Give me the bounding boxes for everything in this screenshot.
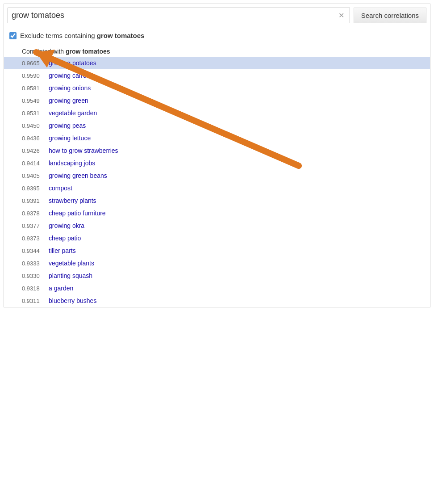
result-score: 0.9311 [22, 298, 45, 304]
section-header: Correlated with grow tomatoes [4, 44, 430, 57]
result-item[interactable]: 0.9373cheap patio [4, 232, 430, 244]
result-score: 0.9436 [22, 135, 45, 142]
exclude-checkbox[interactable] [9, 32, 17, 39]
result-score: 0.9450 [22, 122, 45, 129]
result-term-link[interactable]: strawberry plants [49, 197, 96, 204]
result-term-link[interactable]: growing lettuce [49, 134, 91, 142]
result-item[interactable]: 0.9333vegetable plants [4, 257, 430, 269]
main-container: ✕ Search correlations Exclude terms cont… [4, 4, 430, 307]
result-term-link[interactable]: growing carrots [49, 72, 92, 79]
result-item[interactable]: 0.9414landscaping jobs [4, 157, 430, 169]
result-score: 0.9377 [22, 223, 45, 229]
result-item[interactable]: 0.9311blueberry bushes [4, 294, 430, 307]
result-term-link[interactable]: tiller parts [49, 247, 76, 254]
result-score: 0.9391 [22, 197, 45, 204]
result-item[interactable]: 0.9377growing okra [4, 219, 430, 232]
result-term-link[interactable]: growing peas [49, 122, 86, 129]
result-item[interactable]: 0.9426how to grow strawberries [4, 144, 430, 157]
search-input[interactable] [12, 11, 337, 20]
result-term-link[interactable]: growing potatoes [49, 59, 96, 67]
exclude-term: grow tomatoes [97, 32, 145, 39]
result-term-link[interactable]: a garden [49, 285, 73, 292]
result-score: 0.9414 [22, 160, 45, 167]
search-row: ✕ Search correlations [4, 4, 430, 27]
result-item[interactable]: 0.9549growing green [4, 94, 430, 107]
result-term-link[interactable]: cheap patio [49, 235, 81, 242]
result-score: 0.9333 [22, 260, 45, 267]
result-item[interactable]: 0.9405growing green beans [4, 169, 430, 182]
result-term-link[interactable]: growing onions [49, 84, 91, 92]
result-score: 0.9590 [22, 72, 45, 79]
search-correlations-button[interactable]: Search correlations [354, 8, 426, 23]
result-term-link[interactable]: growing okra [49, 222, 84, 229]
exclude-row: Exclude terms containing grow tomatoes [4, 27, 430, 44]
result-term-link[interactable]: vegetable plants [49, 260, 94, 267]
result-item[interactable]: 0.9531vegetable garden [4, 107, 430, 119]
exclude-label: Exclude terms containing grow tomatoes [20, 32, 144, 39]
result-score: 0.9344 [22, 248, 45, 254]
result-item[interactable]: 0.9590growing carrots [4, 69, 430, 82]
result-score: 0.9378 [22, 210, 45, 217]
result-item[interactable]: 0.9581growing onions [4, 82, 430, 94]
result-term-link[interactable]: growing green beans [49, 172, 107, 179]
result-term-link[interactable]: vegetable garden [49, 109, 97, 117]
result-term-link[interactable]: blueberry bushes [49, 297, 96, 304]
result-item[interactable]: 0.9450growing peas [4, 119, 430, 132]
result-score: 0.9330 [22, 273, 45, 279]
result-term-link[interactable]: landscaping jobs [49, 160, 95, 167]
search-input-wrapper: ✕ [8, 8, 350, 23]
result-term-link[interactable]: compost [49, 185, 72, 192]
result-term-link[interactable]: how to grow strawberries [49, 147, 118, 154]
result-score: 0.9405 [22, 172, 45, 179]
result-term-link[interactable]: growing green [49, 97, 88, 104]
result-item[interactable]: 0.9436growing lettuce [4, 132, 430, 144]
results-list: 0.9665growing potatoes0.9590growing carr… [4, 57, 430, 307]
result-score: 0.9581 [22, 85, 45, 92]
section-header-term: grow tomatoes [66, 48, 110, 55]
clear-icon[interactable]: ✕ [337, 11, 346, 20]
result-score: 0.9318 [22, 285, 45, 292]
result-item[interactable]: 0.9378cheap patio furniture [4, 207, 430, 219]
result-score: 0.9426 [22, 147, 45, 154]
result-score: 0.9549 [22, 97, 45, 104]
result-term-link[interactable]: planting squash [49, 272, 92, 279]
result-score: 0.9373 [22, 235, 45, 242]
result-item[interactable]: 0.9318a garden [4, 282, 430, 294]
result-item[interactable]: 0.9665growing potatoes [4, 57, 430, 69]
result-item[interactable]: 0.9395compost [4, 182, 430, 194]
result-score: 0.9395 [22, 185, 45, 192]
result-term-link[interactable]: cheap patio furniture [49, 210, 106, 217]
result-item[interactable]: 0.9344tiller parts [4, 244, 430, 257]
result-score: 0.9531 [22, 110, 45, 117]
result-item[interactable]: 0.9330planting squash [4, 269, 430, 282]
result-score: 0.9665 [22, 60, 45, 67]
result-item[interactable]: 0.9391strawberry plants [4, 194, 430, 207]
